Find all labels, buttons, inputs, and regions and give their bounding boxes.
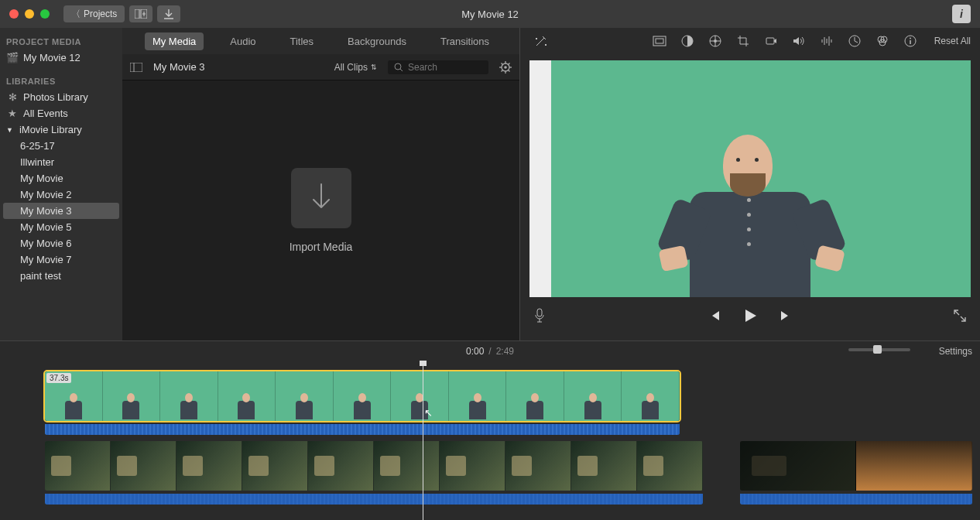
whitewall (529, 60, 551, 297)
svg-point-20 (714, 39, 717, 43)
play-button[interactable] (742, 308, 758, 323)
media-browser: My MediaAudioTitlesBackgroundsTransition… (122, 28, 520, 340)
clip-duration-badge: 37.3s (46, 373, 71, 383)
svg-rect-16 (653, 36, 666, 46)
event-item[interactable]: Illwinter (0, 154, 122, 170)
updown-icon: ⇅ (371, 63, 377, 71)
import-media-button[interactable] (291, 168, 351, 228)
close-window-button[interactable] (9, 9, 19, 19)
tab-audio[interactable]: Audio (222, 32, 263, 50)
browser-toolbar: My Movie 3 All Clips ⇅ (122, 54, 519, 80)
svg-line-15 (509, 63, 510, 64)
clip-broll-1[interactable] (45, 441, 703, 491)
event-item[interactable]: My Movie 7 (0, 251, 122, 268)
event-item[interactable]: My Movie 6 (0, 235, 122, 251)
imovie-library-item[interactable]: ▼ iMovie Library (0, 121, 122, 138)
zoom-window-button[interactable] (40, 9, 50, 19)
sidebar-toggle-icon[interactable] (130, 63, 142, 72)
tab-my-media[interactable]: My Media (145, 32, 204, 50)
next-frame-button[interactable] (780, 310, 792, 322)
project-media-item[interactable]: 🎬 My Movie 12 (0, 50, 122, 66)
project-media-header: PROJECT MEDIA (0, 34, 122, 50)
svg-rect-0 (135, 9, 139, 19)
library-list-button[interactable] (129, 5, 152, 22)
zoom-slider[interactable] (848, 348, 910, 351)
prev-frame-button[interactable] (708, 310, 721, 322)
event-item[interactable]: My Movie 2 (0, 186, 122, 203)
current-time: 0:00 (466, 346, 484, 357)
svg-point-37 (910, 38, 911, 39)
search-icon (394, 63, 403, 72)
timeline-settings-button[interactable]: Settings (939, 346, 972, 357)
svg-point-4 (395, 63, 401, 70)
viewer-panel: Reset All (520, 28, 980, 340)
tab-backgrounds[interactable]: Backgrounds (340, 32, 414, 50)
volume-icon[interactable] (792, 34, 806, 48)
event-item[interactable]: 6-25-17 (0, 138, 122, 154)
projects-back-button[interactable]: 〈 Projects (63, 5, 125, 22)
tab-titles[interactable]: Titles (283, 32, 322, 50)
star-icon: ★ (6, 108, 19, 119)
import-media-label: Import Media (290, 241, 353, 253)
svg-line-12 (502, 63, 503, 64)
color-wheel-icon[interactable] (708, 34, 722, 48)
svg-line-5 (400, 69, 403, 71)
browser-tabs: My MediaAudioTitlesBackgroundsTransition… (122, 28, 519, 54)
zoom-thumb[interactable] (873, 345, 882, 354)
video-track-1: 37.3s (45, 371, 972, 421)
clip-filter-dropdown[interactable]: All Clips ⇅ (334, 62, 377, 73)
tab-transitions[interactable]: Transitions (433, 32, 497, 50)
libraries-header: LIBRARIES (0, 74, 122, 89)
svg-line-13 (509, 70, 510, 71)
speed-icon[interactable] (848, 34, 862, 48)
event-item[interactable]: My Movie 3 (3, 203, 119, 219)
import-drop-area[interactable]: Import Media (122, 80, 519, 340)
clip-filter-icon[interactable] (875, 34, 889, 48)
info-button[interactable]: i (952, 5, 971, 23)
voiceover-mic-icon[interactable] (534, 308, 545, 323)
clip-info-icon[interactable] (903, 34, 917, 48)
video-track-2a (45, 441, 703, 491)
clip-greenscreen[interactable]: 37.3s (45, 371, 680, 421)
audio-track-1[interactable] (45, 424, 680, 435)
playhead[interactable] (423, 361, 423, 520)
enhance-wand-icon[interactable] (534, 34, 548, 48)
minimize-window-button[interactable] (25, 9, 34, 19)
event-item[interactable]: My Movie 5 (0, 219, 122, 235)
gear-icon[interactable] (499, 61, 512, 74)
search-input[interactable] (408, 62, 478, 73)
projects-label: Projects (84, 9, 117, 19)
color-balance-icon[interactable] (653, 34, 666, 48)
stabilization-icon[interactable] (764, 34, 778, 48)
viewer-preview[interactable] (529, 60, 971, 297)
clip-broll-2[interactable] (740, 441, 972, 491)
audio-track-2a[interactable] (45, 494, 703, 505)
sidebar: PROJECT MEDIA 🎬 My Movie 12 LIBRARIES ✻ … (0, 28, 122, 340)
total-duration: 2:49 (496, 346, 514, 357)
event-item[interactable]: paint test (0, 268, 122, 284)
project-name: My Movie 12 (23, 52, 81, 63)
browser-event-title: My Movie 3 (153, 61, 204, 73)
audio-track-2b[interactable] (740, 494, 972, 505)
svg-line-14 (502, 70, 503, 71)
disclosure-triangle-icon[interactable]: ▼ (6, 126, 13, 134)
photos-library-item[interactable]: ✻ Photos Library (0, 89, 122, 105)
event-item[interactable]: My Movie (0, 170, 122, 186)
window-controls (9, 9, 50, 19)
color-correction-icon[interactable] (680, 34, 694, 48)
search-field[interactable] (388, 60, 488, 74)
svg-rect-38 (537, 309, 542, 316)
playback-controls (520, 300, 980, 331)
flower-icon: ✻ (6, 92, 19, 103)
crop-icon[interactable] (736, 34, 750, 48)
timeline[interactable]: ↖ 37.3s (0, 361, 980, 520)
all-events-item[interactable]: ★ All Events (0, 105, 122, 121)
reset-all-button[interactable]: Reset All (934, 36, 971, 46)
preview-subject (649, 135, 851, 297)
svg-rect-17 (656, 39, 663, 43)
import-button[interactable] (157, 5, 180, 22)
noise-reduction-icon[interactable] (820, 34, 834, 48)
clapper-icon: 🎬 (6, 53, 19, 63)
cursor-icon: ↖ (424, 407, 433, 419)
fullscreen-button[interactable] (954, 310, 966, 322)
